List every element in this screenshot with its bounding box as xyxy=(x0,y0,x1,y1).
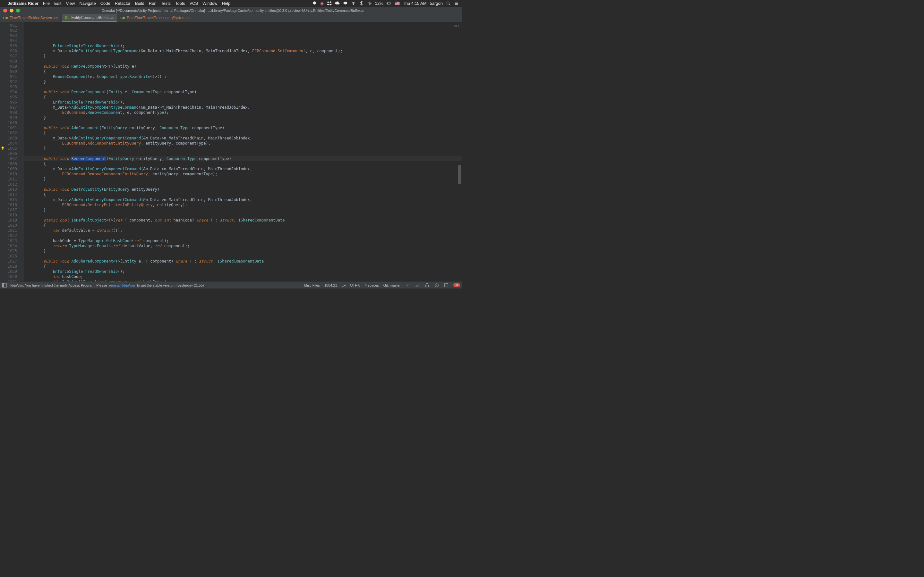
code-line[interactable]: hashCode = TypeManager.GetHashCode(ref c… xyxy=(24,238,462,243)
code-line[interactable] xyxy=(24,151,462,156)
code-line[interactable]: EnforceSingleThreadOwnership(); xyxy=(24,100,462,105)
spotlight-icon[interactable] xyxy=(446,1,451,6)
code-line[interactable]: { xyxy=(24,95,462,100)
code-line[interactable]: public void AddComponent(EntityQuery ent… xyxy=(24,125,462,131)
indent[interactable]: 4 spaces xyxy=(365,284,379,287)
code-line[interactable]: m_Data->AddEntityQueryComponentCommand(&… xyxy=(24,197,462,202)
username[interactable]: 5argon xyxy=(430,1,443,6)
vertical-scrollbar[interactable] xyxy=(458,22,461,282)
hamburger-icon[interactable] xyxy=(454,1,459,6)
toolwindow-icon[interactable] xyxy=(2,283,7,288)
encoding[interactable]: UTF-8 xyxy=(351,284,360,287)
battery-percent[interactable]: 12% xyxy=(375,1,383,6)
notification-badge[interactable]: 9+ xyxy=(453,283,460,287)
code-line[interactable]: var defaultValue = default(T); xyxy=(24,228,462,233)
code-line[interactable]: RemoveComponent(e, ComponentType.ReadWri… xyxy=(24,74,462,79)
code-line[interactable] xyxy=(24,84,462,89)
code-line[interactable]: EnforceSingleThreadOwnership(); xyxy=(24,269,462,274)
menu-edit[interactable]: Edit xyxy=(54,1,61,6)
menu-vcs[interactable]: VCS xyxy=(189,1,198,6)
pen-icon[interactable] xyxy=(415,283,420,288)
code-line[interactable]: public void RemoveComponent<T>(Entity e) xyxy=(24,64,462,69)
tab-timetravel[interactable]: C# TimeTravelBakingSystem.cs xyxy=(0,14,61,22)
misc-files[interactable]: Misc Files xyxy=(304,284,320,287)
code-editor[interactable]: 9819829839849859869879889899909919929939… xyxy=(0,22,462,282)
lock-icon[interactable] xyxy=(425,283,430,288)
code-line[interactable]: { xyxy=(24,264,462,269)
menu-build[interactable]: Build xyxy=(135,1,144,6)
menu-view[interactable]: View xyxy=(66,1,75,6)
app-name[interactable]: JetBrains Rider xyxy=(8,1,39,6)
code-line[interactable]: public void RemoveComponent(Entity e, Co… xyxy=(24,89,462,95)
code-line[interactable]: public void RemoveComponent(EntityQuery … xyxy=(24,156,462,161)
caret-position[interactable]: 1004:21 xyxy=(325,284,337,287)
bluetooth-icon[interactable] xyxy=(359,1,364,6)
menu-tests[interactable]: Tests xyxy=(161,1,171,6)
code-line[interactable]: { xyxy=(24,161,462,166)
code-line[interactable]: ECBCommand.AddComponentEntityQuery, enti… xyxy=(24,141,462,146)
code-line[interactable]: } xyxy=(24,207,462,213)
code-line[interactable]: } xyxy=(24,146,462,151)
code-line[interactable] xyxy=(24,59,462,64)
menu-tools[interactable]: Tools xyxy=(175,1,185,6)
code-line[interactable]: } xyxy=(24,115,462,120)
inspect-icon[interactable] xyxy=(434,283,439,288)
menu-navigate[interactable]: Navigate xyxy=(79,1,95,6)
menu-code[interactable]: Code xyxy=(100,1,110,6)
flag-icon[interactable]: 🇺🇸 xyxy=(395,1,400,6)
menu-run[interactable]: Run xyxy=(149,1,157,6)
vim-icon[interactable]: ✔ xyxy=(405,283,410,288)
menu-help[interactable]: Help xyxy=(222,1,230,6)
code-line[interactable]: { xyxy=(24,223,462,228)
code-line[interactable]: } xyxy=(24,53,462,59)
code-line[interactable]: return TypeManager.Equals(ref defaultVal… xyxy=(24,243,462,248)
code-line[interactable]: m_Data->AddEntityComponentTypeCommand(&m… xyxy=(24,48,462,53)
dropbox-icon[interactable] xyxy=(327,1,332,6)
clock[interactable]: Thu 4:15 AM xyxy=(403,1,427,6)
code-line[interactable]: m_Data->AddEntityComponentTypeCommand(&m… xyxy=(24,105,462,110)
code-line[interactable]: m_Data->AddEntityQueryComponentCommand(&… xyxy=(24,135,462,141)
reinstall-link[interactable]: reinstall IdeaVim xyxy=(109,284,135,287)
code-line[interactable] xyxy=(24,213,462,218)
menu-refactor[interactable]: Refactor xyxy=(115,1,131,6)
scrollbar-thumb[interactable] xyxy=(458,165,461,184)
record-icon[interactable]: ◉ xyxy=(320,1,324,6)
line-ending[interactable]: LF xyxy=(342,284,346,287)
code-line[interactable] xyxy=(24,253,462,259)
display-icon[interactable] xyxy=(343,1,348,6)
code-line[interactable]: static bool IsDefaultObject<T>(ref T com… xyxy=(24,218,462,223)
cloud-icon[interactable] xyxy=(335,1,340,6)
git-branch[interactable]: Git: master xyxy=(383,284,401,287)
code-line[interactable]: public void AddSharedComponent<T>(Entity… xyxy=(24,259,462,264)
code-line[interactable]: ECBCommand.RemoveComponent, e, component… xyxy=(24,110,462,115)
maximize-button[interactable] xyxy=(16,9,20,13)
code-line[interactable] xyxy=(24,182,462,187)
minimize-button[interactable] xyxy=(10,9,13,13)
code-line[interactable]: { xyxy=(24,192,462,197)
code-line[interactable]: if (IsDefaultObject(ref component, out h… xyxy=(24,279,462,282)
code-line[interactable]: { xyxy=(24,131,462,135)
menu-window[interactable]: Window xyxy=(202,1,217,6)
code-line[interactable]: } xyxy=(24,79,462,84)
code-line[interactable]: int hashCode; xyxy=(24,274,462,279)
code-line[interactable]: EnforceSingleThreadOwnership(); xyxy=(24,43,462,48)
build-icon[interactable] xyxy=(444,283,449,288)
code-line[interactable]: } xyxy=(24,177,462,182)
code-line[interactable]: } xyxy=(24,248,462,253)
close-button[interactable] xyxy=(3,9,7,13)
volume-icon[interactable] xyxy=(367,1,372,6)
unity-icon[interactable] xyxy=(312,1,317,6)
code-line[interactable]: m_Data->AddEntityQueryComponentCommand(&… xyxy=(24,166,462,171)
tab-bpmtimetravel[interactable]: C# BpmTimeTravelProcessingSystem.cs xyxy=(117,14,194,22)
code-line[interactable]: public void DestroyEntity(EntityQuery en… xyxy=(24,187,462,192)
fold-column[interactable] xyxy=(19,22,24,282)
code-line[interactable] xyxy=(24,233,462,238)
tab-entitycommandbuffer[interactable]: C# EntityCommandBuffer.cs xyxy=(61,14,117,22)
code-area[interactable]: OFF EnforceSingleThreadOwnership(); m_Da… xyxy=(24,22,462,282)
code-line[interactable] xyxy=(24,38,462,43)
code-line[interactable]: { xyxy=(24,69,462,74)
menu-file[interactable]: File xyxy=(43,1,50,6)
wifi-icon[interactable] xyxy=(351,1,356,6)
code-line[interactable]: ECBCommand.DestroyEntitiesInEntityQuery,… xyxy=(24,202,462,207)
code-line[interactable]: ECBCommand.RemoveComponentEntityQuery, e… xyxy=(24,171,462,177)
